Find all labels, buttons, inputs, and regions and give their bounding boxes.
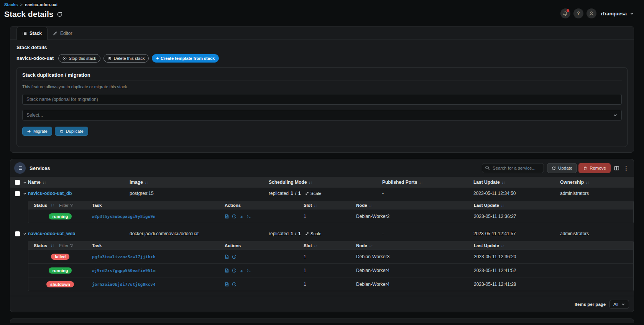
sort-icons[interactable]: ↓↑ (314, 244, 318, 248)
chevron-down-icon[interactable] (23, 181, 26, 184)
service-name-link[interactable]: navicu-odoo-uat_db (28, 191, 72, 196)
chevron-down-icon (613, 113, 618, 117)
column-header-scheduling-mode[interactable]: Scheduling Mode↓↑ (269, 180, 382, 185)
chevron-down-icon (621, 302, 625, 306)
environment-select[interactable]: Select... (22, 110, 622, 120)
scale-button[interactable]: Scale (305, 191, 322, 196)
column-header-last-update[interactable]: Last Update↓↑ (474, 203, 633, 208)
task-id-link[interactable]: wj9rd2xs7gqpp550eafie951m (92, 268, 156, 273)
task-id-link[interactable]: pgfu3toalivzoz5zw17jjibxh (92, 254, 156, 259)
tab-editor[interactable]: Editor (48, 27, 77, 40)
tasks-table-web: Status ↓↑ Filter Task Actions Slot↓↑ Nod… (28, 241, 634, 291)
pencil-icon (53, 31, 58, 36)
task-row: failed pgfu3toalivzoz5zw17jjibxh 1 Debia… (28, 249, 633, 263)
row-checkbox[interactable] (15, 231, 20, 236)
sort-icons[interactable]: ↓↑ (43, 180, 46, 185)
service-search (482, 163, 544, 173)
column-header-slot[interactable]: Slot↓↑ (304, 203, 356, 208)
select-all-checkbox[interactable] (15, 180, 20, 185)
column-header-task[interactable]: Task (92, 203, 225, 208)
help-icon[interactable]: ? (573, 8, 583, 18)
sort-icons[interactable]: ↓↑ (51, 203, 54, 207)
items-per-page-select[interactable]: All (610, 300, 629, 309)
user-menu-chevron-icon[interactable] (630, 12, 634, 16)
refresh-icon[interactable] (57, 12, 62, 17)
user-avatar-icon[interactable] (586, 8, 596, 18)
task-node: Debian-Worker4 (356, 282, 474, 287)
column-header-actions: Actions (225, 203, 304, 208)
remove-service-button[interactable]: Remove (578, 163, 611, 173)
logs-icon[interactable] (225, 268, 229, 273)
sort-icons[interactable]: ↓↑ (369, 244, 373, 248)
sort-icons[interactable]: ↓↑ (51, 243, 54, 247)
column-header-node[interactable]: Node↓↑ (356, 243, 474, 248)
breadcrumb-stacks-link[interactable]: Stacks (4, 2, 18, 7)
chevron-down-icon[interactable] (23, 232, 26, 236)
stats-icon[interactable] (239, 268, 244, 273)
service-name-link[interactable]: navicu-odoo-uat_web (28, 231, 75, 236)
inspect-icon[interactable] (232, 268, 237, 273)
update-service-button[interactable]: Update (547, 163, 577, 173)
tasks-table-header: Status ↓↑ Filter Task Actions Slot↓↑ Nod… (28, 201, 633, 209)
sort-icons[interactable]: ↓↑ (314, 203, 318, 208)
username[interactable]: rfranquesa (601, 11, 627, 16)
sort-icons[interactable]: ↓↑ (501, 203, 505, 208)
duplicate-button[interactable]: Duplicate (55, 127, 88, 136)
status-filter[interactable]: Filter (59, 203, 73, 208)
logs-icon[interactable] (225, 254, 229, 259)
funnel-icon (70, 203, 74, 207)
service-image: postgres:15 (130, 191, 269, 196)
delete-stack-button[interactable]: Delete this stack (104, 54, 149, 63)
last-update: 2023-05-11 12:41:57 (473, 231, 560, 236)
sort-icons[interactable]: ↓↑ (502, 180, 506, 185)
task-id-link[interactable]: w2p3t5ys5ubcpazgi9y8igu9n (92, 214, 156, 219)
plus-icon: + (156, 56, 158, 61)
sort-icons[interactable]: ↓↑ (369, 203, 373, 208)
items-per-page-label: Items per page (575, 302, 606, 307)
column-header-published-ports[interactable]: Published Ports↓↑ (382, 180, 473, 185)
logs-icon[interactable] (225, 282, 229, 287)
service-row-web: navicu-odoo-uat_web docker.jacidi.com/na… (10, 228, 634, 239)
duplication-description: This feature allows you to duplicate or … (22, 84, 622, 89)
row-checkbox[interactable] (15, 191, 20, 196)
column-header-node[interactable]: Node↓↑ (356, 203, 474, 208)
column-header-ownership[interactable]: Ownership↓↑ (560, 180, 634, 185)
column-header-name[interactable]: Name↓↑ (28, 180, 130, 185)
breadcrumb: Stacks > navicu-odoo-uat (4, 2, 634, 7)
status-filter[interactable]: Filter (59, 243, 73, 248)
column-header-last-update[interactable]: Last Update↓↑ (473, 180, 560, 185)
service-search-input[interactable] (482, 163, 544, 173)
migrate-button[interactable]: Migrate (22, 127, 52, 136)
console-icon[interactable] (246, 268, 251, 273)
task-id-link[interactable]: jbrh2oia0bjdi77utjkg8kcv4 (92, 282, 156, 287)
column-header-image[interactable]: Image↓↑ (130, 180, 269, 185)
inspect-icon[interactable] (232, 214, 237, 219)
columns-settings-icon[interactable] (614, 165, 619, 171)
create-template-button[interactable]: + Create template from stack (152, 54, 219, 63)
published-ports: - (382, 231, 473, 236)
sort-icons[interactable]: ↓↑ (145, 180, 149, 185)
inspect-icon[interactable] (232, 282, 237, 287)
stats-icon[interactable] (239, 214, 244, 219)
column-header-status[interactable]: Status (34, 243, 47, 248)
list-icon (22, 31, 27, 36)
sort-icons[interactable]: ↓↑ (501, 244, 505, 248)
logs-icon[interactable] (225, 214, 229, 219)
inspect-icon[interactable] (232, 254, 237, 259)
column-header-last-update[interactable]: Last Update↓↑ (474, 243, 633, 248)
scale-button[interactable]: Scale (305, 231, 322, 236)
kebab-menu-icon[interactable]: ⋮ (623, 165, 630, 172)
sort-icons[interactable]: ↓↑ (419, 180, 423, 185)
notifications-bell-icon[interactable] (560, 8, 570, 18)
column-header-task[interactable]: Task (92, 243, 225, 248)
stack-name: navicu-odoo-uat (16, 56, 54, 61)
column-header-slot[interactable]: Slot↓↑ (304, 243, 356, 248)
stack-name-input[interactable] (22, 94, 622, 105)
column-header-status[interactable]: Status (34, 203, 47, 208)
tab-stack[interactable]: Stack (16, 27, 48, 40)
stop-stack-button[interactable]: Stop this stack (58, 54, 100, 63)
sort-icons[interactable]: ↓↑ (586, 180, 590, 185)
chevron-down-icon[interactable] (23, 192, 26, 195)
console-icon[interactable] (246, 214, 251, 219)
sort-icons[interactable]: ↓↑ (309, 180, 312, 185)
